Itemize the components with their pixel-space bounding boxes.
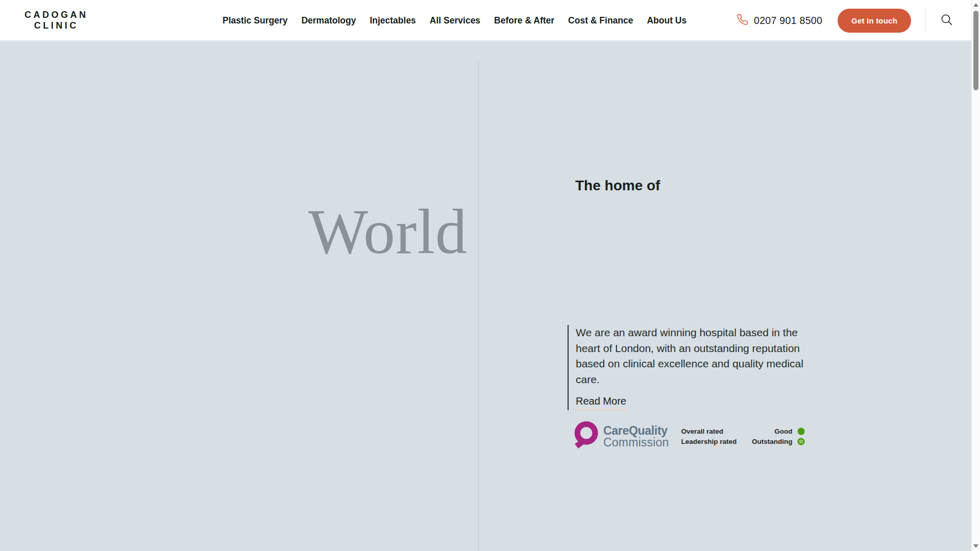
cqc-brand-line1: CareQuality <box>603 424 669 437</box>
scroll-down-button[interactable] <box>973 544 978 548</box>
search-icon <box>940 13 953 28</box>
cqc-rating-value: Good <box>746 428 793 435</box>
header-divider <box>925 9 926 32</box>
cqc-rating-value: Outstanding <box>746 438 793 445</box>
hero-paragraph: We are an award winning hospital based i… <box>576 325 805 387</box>
phone-link[interactable]: 0207 901 8500 <box>737 14 822 28</box>
hero-section: World The home of We are an award winnin… <box>0 41 971 551</box>
search-button[interactable] <box>940 13 953 28</box>
hero-heading: The home of <box>575 178 660 194</box>
phone-number: 0207 901 8500 <box>754 15 822 27</box>
cqc-brand-text: CareQuality Commission <box>603 424 669 448</box>
cqc-logo-icon <box>572 420 598 452</box>
cqc-rating-row-leadership: Leadership rated Outstanding <box>681 438 805 445</box>
cqc-badge: CareQuality Commission Overall rated Goo… <box>572 420 805 452</box>
hero-quote-block: We are an award winning hospital based i… <box>568 325 807 410</box>
cqc-rating-label: Leadership rated <box>681 438 746 445</box>
outstanding-rating-star-icon <box>797 438 805 445</box>
phone-icon <box>737 14 748 28</box>
nav-item-injectables[interactable]: Injectables <box>370 15 415 26</box>
nav-item-all-services[interactable]: All Services <box>430 15 480 26</box>
cqc-brand-line2: Commission <box>603 437 669 448</box>
scroll-thumb[interactable] <box>973 11 978 90</box>
nav-item-plastic-surgery[interactable]: Plastic Surgery <box>223 15 287 26</box>
get-in-touch-button[interactable]: Get In touch <box>838 9 911 33</box>
hero-watermark-word: World <box>308 201 468 264</box>
nav-item-dermatology[interactable]: Dermatology <box>301 15 356 26</box>
cqc-rating-row-overall: Overall rated Good <box>681 428 805 435</box>
nav-item-before-after[interactable]: Before & After <box>494 15 554 26</box>
cqc-rating-label: Overall rated <box>681 428 746 435</box>
main-nav: Plastic Surgery Dermatology Injectables … <box>223 0 687 41</box>
scroll-up-button[interactable] <box>973 3 978 7</box>
logo-line2: CLINIC <box>24 20 88 31</box>
logo[interactable]: CADOGAN CLINIC <box>24 10 88 31</box>
nav-item-cost-finance[interactable]: Cost & Finance <box>568 15 633 26</box>
logo-line1: CADOGAN <box>24 10 88 20</box>
scrollbar[interactable] <box>971 0 980 551</box>
header-right-group: 0207 901 8500 Get In touch <box>737 0 953 41</box>
cqc-ratings: Overall rated Good Leadership rated Outs… <box>681 428 805 445</box>
read-more-link[interactable]: Read More <box>576 395 626 410</box>
good-rating-dot-icon <box>797 428 805 435</box>
header: CADOGAN CLINIC Plastic Surgery Dermatolo… <box>0 0 971 41</box>
nav-item-about-us[interactable]: About Us <box>647 15 687 26</box>
vertical-divider <box>478 60 479 551</box>
